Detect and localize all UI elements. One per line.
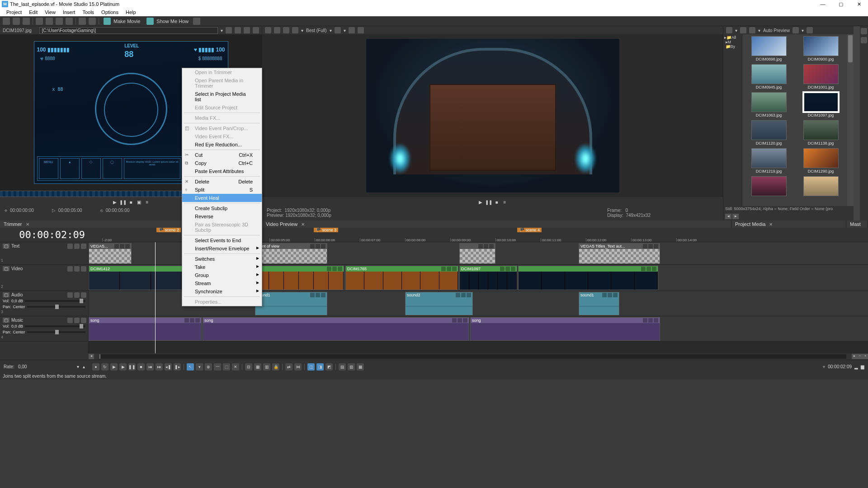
clip[interactable] — [254, 266, 344, 290]
close-icon[interactable]: ✕ — [26, 222, 29, 227]
close-icon[interactable]: ✕ — [301, 222, 305, 227]
media-item[interactable]: DCIM1138.jpg — [796, 120, 845, 145]
show-me-how-button[interactable]: Show Me How — [145, 18, 190, 25]
trimmer-path-input[interactable] — [39, 27, 218, 34]
trimmer-more-button[interactable] — [253, 27, 259, 33]
track-header-video[interactable]: ▢Video 2 — [0, 265, 88, 291]
menu-edit[interactable]: Edit — [25, 9, 41, 15]
vp-overlay-button[interactable] — [349, 27, 355, 33]
snap-button[interactable]: ⊟ — [245, 363, 252, 371]
layout1-button[interactable]: ▤ — [339, 363, 346, 371]
mute-icon[interactable] — [74, 266, 80, 272]
layout3-button[interactable]: ▦ — [357, 363, 364, 371]
auto-ripple-button[interactable]: ⇄ — [285, 363, 292, 371]
snap-markers-button[interactable]: ▥ — [263, 363, 270, 371]
layout2-button[interactable]: ▥ — [348, 363, 355, 371]
mode1-button[interactable]: ◫ — [307, 363, 315, 371]
clip[interactable]: DCIM1097 — [459, 266, 517, 290]
media-tree[interactable]: ▸📁All ▸M 📁By — [723, 34, 742, 206]
vp-menu-button[interactable]: ≡ — [502, 199, 508, 205]
context-menu-item[interactable]: Stream▶ — [182, 279, 262, 287]
snap-grid-button[interactable]: ▦ — [254, 363, 261, 371]
clip[interactable]: sound1 — [255, 292, 327, 315]
cut-button[interactable] — [46, 18, 53, 25]
maximize-button[interactable]: ▢ — [832, 0, 850, 8]
zoom-tool[interactable]: ⊕ — [205, 363, 212, 371]
clip[interactable]: song — [89, 317, 202, 341]
context-menu-item[interactable]: ⎀SplitS — [182, 186, 262, 194]
context-menu-item[interactable]: Red Eye Reduction... — [182, 141, 262, 149]
solo-icon[interactable] — [81, 318, 86, 323]
solo-icon[interactable] — [81, 292, 86, 298]
vp-settings-button[interactable] — [265, 27, 271, 33]
clip[interactable]: song — [203, 317, 469, 341]
context-menu-item[interactable]: ✂CutCtrl+X — [182, 151, 262, 159]
menu-project[interactable]: Project — [3, 9, 25, 15]
clip[interactable]: song — [470, 317, 660, 341]
record-button[interactable]: ● — [92, 363, 99, 371]
mute-icon[interactable] — [74, 318, 80, 323]
selection-tool[interactable]: ⬚ — [223, 363, 230, 371]
clip[interactable]: VEGAS Titles_Text aut... — [579, 243, 660, 264]
media-scrollbar[interactable] — [847, 34, 854, 206]
vp-stop-button[interactable]: ■ — [494, 199, 500, 205]
help-button[interactable] — [193, 18, 200, 25]
cut-tool[interactable]: ✕ — [232, 363, 239, 371]
vp-pause-button[interactable]: ❚❚ — [486, 199, 492, 205]
next-frame-button[interactable]: ❚▸ — [174, 363, 181, 371]
loop-button[interactable]: ↻ — [101, 363, 108, 371]
play-button[interactable]: ▶ — [112, 199, 118, 205]
clip[interactable]: point of view — [255, 243, 327, 264]
context-menu-item[interactable]: Select Events to End — [182, 236, 262, 244]
fx-icon[interactable] — [861, 37, 867, 43]
vp-play-button[interactable]: ▶ — [477, 199, 484, 205]
play-start-button[interactable]: ▶ — [110, 363, 118, 371]
media-search-button[interactable] — [807, 27, 813, 33]
context-menu-item[interactable]: Switches▶ — [182, 255, 262, 263]
copy-button[interactable] — [56, 18, 63, 25]
context-menu-item[interactable]: Select in Project Media list — [182, 90, 262, 103]
marker[interactable]: 🏴 scene 4 — [517, 228, 542, 232]
mode2-button[interactable]: ◨ — [316, 363, 324, 371]
dropdown-icon[interactable]: ▾ — [221, 28, 223, 33]
lock-button[interactable]: 🔒 — [272, 363, 279, 371]
pause-button[interactable]: ❚❚ — [128, 363, 136, 371]
media-item[interactable]: DCIM1097.jpg — [796, 92, 845, 117]
vp-fx-button[interactable] — [283, 27, 289, 33]
media-view-button[interactable] — [793, 27, 799, 33]
rate-up-icon[interactable]: ▴ — [83, 364, 85, 369]
docker-strip-right[interactable] — [854, 26, 860, 221]
loop-button[interactable]: ▣ — [136, 199, 142, 205]
media-prev-button[interactable]: ◂ — [725, 214, 731, 219]
save-button[interactable] — [23, 18, 30, 25]
close-icon[interactable]: ✕ — [769, 222, 773, 227]
menu-tools[interactable]: Tools — [79, 9, 98, 15]
context-menu-item[interactable]: ⧉CopyCtrl+C — [182, 159, 262, 167]
envelope-tool[interactable]: 〰 — [214, 363, 221, 371]
paste-button[interactable] — [66, 18, 73, 25]
track-header-audio[interactable]: ▢Audio Vol:0,0 dB Pan:Center 3 — [0, 291, 88, 316]
playhead[interactable] — [155, 242, 156, 353]
media-props-button[interactable] — [749, 27, 755, 33]
media-item[interactable]: DCIM0898.jpg — [744, 36, 793, 61]
media-remove-button[interactable] — [740, 27, 746, 33]
trimmer-close-button[interactable] — [244, 27, 250, 33]
clip[interactable] — [459, 243, 495, 264]
clip[interactable] — [518, 266, 658, 290]
trimmer-pin-button[interactable] — [226, 27, 232, 33]
quality-dropdown[interactable]: Best (Full) — [306, 28, 327, 33]
fx-icon[interactable] — [67, 266, 73, 272]
clip[interactable]: DCIM1765 — [345, 266, 458, 290]
properties-button[interactable] — [36, 18, 43, 25]
media-item[interactable] — [796, 176, 845, 197]
stop-button[interactable]: ■ — [128, 199, 134, 205]
pause-button[interactable]: ❚❚ — [120, 199, 126, 205]
timeline-hscroll[interactable]: ◂ ▸ − + — [0, 353, 868, 360]
menu-options[interactable]: Options — [98, 9, 122, 15]
settings-icon[interactable] — [861, 28, 867, 34]
clip[interactable]: sound2 — [405, 292, 473, 315]
prev-frame-button[interactable]: ◂❚ — [165, 363, 172, 371]
media-item[interactable]: DCIM1290.jpg — [796, 148, 845, 174]
stop-button[interactable]: ■ — [137, 363, 145, 371]
mute-icon[interactable] — [74, 292, 80, 298]
